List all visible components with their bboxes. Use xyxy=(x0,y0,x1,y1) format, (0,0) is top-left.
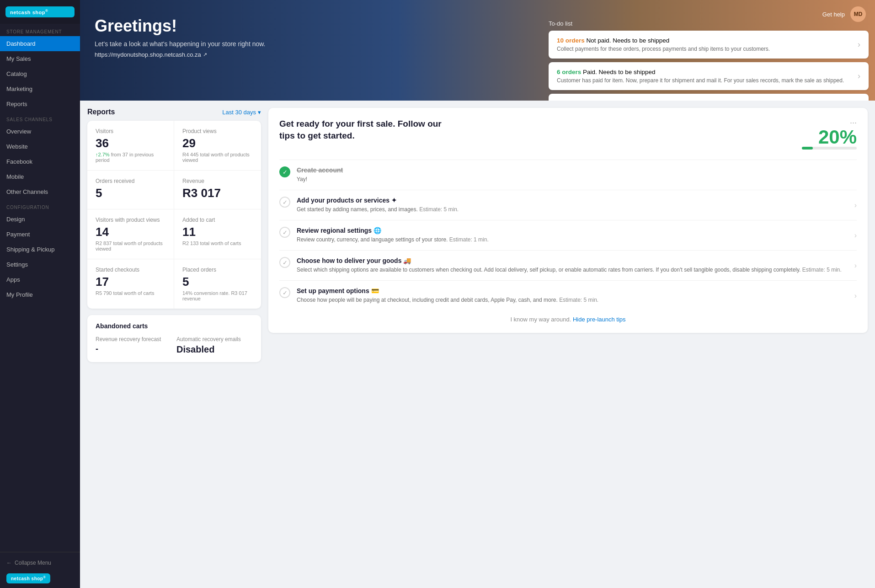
stat-visitors: Visitors 36 ↑2.7% from 37 in previous pe… xyxy=(87,121,174,171)
stat-started-checkouts: Started checkouts 17 R5 790 total worth … xyxy=(87,259,174,309)
tip-title-add-products: Add your products or services ✦ xyxy=(297,197,848,204)
tip-chevron-delivery[interactable]: › xyxy=(854,262,857,270)
tip-desc-add-products: Get started by adding names, prices, and… xyxy=(297,205,848,214)
sidebar-item-payment[interactable]: Payment xyxy=(0,227,80,242)
external-link-icon: ↗ xyxy=(203,52,207,58)
sidebar-item-mobile[interactable]: Mobile xyxy=(0,169,80,184)
logo[interactable]: netcash shop® xyxy=(5,6,75,17)
sidebar-bottom: ← Collapse Menu netcash shop® xyxy=(0,552,80,588)
sidebar-item-catalog[interactable]: Catalog xyxy=(0,66,80,81)
stat-product-views: Product views 29 R4 445 total worth of p… xyxy=(174,121,261,171)
section-label-sales: Sales channels xyxy=(0,112,80,124)
sidebar-item-reports[interactable]: Reports xyxy=(0,96,80,112)
tip-add-products[interactable]: ✓ Add your products or services ✦ Get st… xyxy=(279,190,857,220)
sidebar-item-my-profile[interactable]: My Profile xyxy=(0,287,80,302)
tip-delivery[interactable]: ✓ Choose how to deliver your goods 🚚 Sel… xyxy=(279,250,857,280)
top-bar: Get help MD xyxy=(813,0,875,28)
sidebar-item-apps[interactable]: Apps xyxy=(0,272,80,287)
logo-area: netcash shop® xyxy=(0,0,80,24)
revenue-recovery-cell: Revenue recovery forecast - xyxy=(96,336,172,355)
todo-item-2[interactable]: 6 orders Fulfillment in process The orde… xyxy=(549,94,869,101)
sidebar-item-other-channels[interactable]: Other Channels xyxy=(0,184,80,199)
sidebar-item-overview[interactable]: Overview xyxy=(0,124,80,139)
tip-check-regional[interactable]: ✓ xyxy=(279,227,290,238)
date-filter-button[interactable]: Last 30 days ▾ xyxy=(222,109,261,116)
bottom-logo: netcash shop® xyxy=(6,573,50,583)
sidebar-item-design[interactable]: Design xyxy=(0,212,80,227)
hide-tips-link[interactable]: Hide pre-launch tips xyxy=(573,316,626,323)
footer-hint: I know my way around. Hide pre-launch ti… xyxy=(279,310,857,323)
getready-percent: 20% xyxy=(802,128,857,147)
abandoned-carts-card: Abandoned carts Revenue recovery forecas… xyxy=(87,315,261,362)
section-label-store: Store management xyxy=(0,24,80,36)
todo-item-0[interactable]: 10 orders Not paid. Needs to be shipped … xyxy=(549,31,869,59)
content-row: Reports Last 30 days ▾ Visitors 36 ↑2.7%… xyxy=(80,101,875,362)
todo-item-1[interactable]: 6 orders Paid. Needs to be shipped Custo… xyxy=(549,62,869,90)
sidebar-item-website[interactable]: Website xyxy=(0,139,80,154)
chevron-down-icon: ▾ xyxy=(258,109,261,116)
hero-banner: Get help MD Greetings! Let's take a look… xyxy=(80,0,875,101)
stats-grid: Visitors 36 ↑2.7% from 37 in previous pe… xyxy=(87,121,261,309)
sidebar-item-my-sales[interactable]: My Sales xyxy=(0,51,80,66)
tip-payment[interactable]: ✓ Set up payment options 💳 Choose how pe… xyxy=(279,280,857,310)
todo-item-title-0: Not paid. Needs to be shipped xyxy=(587,37,670,44)
reports-header: Reports Last 30 days ▾ xyxy=(87,108,261,116)
tip-create-account: ✓ Create account Yay! xyxy=(279,160,857,190)
stat-placed-orders: Placed orders 5 14% conversion rate. R3 … xyxy=(174,259,261,309)
stat-added-to-cart: Added to cart 11 R2 133 total worth of c… xyxy=(174,209,261,259)
reports-title: Reports xyxy=(87,108,115,116)
section-label-config: Configuration xyxy=(0,199,80,212)
recovery-emails-cell: Automatic recovery emails Disabled xyxy=(176,336,253,355)
progress-bar-fill xyxy=(802,147,813,150)
todo-item-desc-1: Customer has paid for item. Now, prepare… xyxy=(557,77,858,84)
tip-desc-payment: Choose how people will be paying at chec… xyxy=(297,296,848,304)
tip-chevron-regional[interactable]: › xyxy=(854,231,857,240)
tip-chevron-add-products[interactable]: › xyxy=(854,201,857,209)
stat-orders-received: Orders received 5 xyxy=(87,171,174,209)
todo-item-desc-0: Collect payments for these orders, proce… xyxy=(557,46,858,52)
tip-desc-delivery: Select which shipping options are availa… xyxy=(297,266,848,274)
getready-title: Get ready for your first sale. Follow ou… xyxy=(279,118,447,141)
collapse-arrow-icon: ← xyxy=(6,560,12,566)
tip-desc-regional: Review country, currency, and language s… xyxy=(297,235,848,244)
collapse-menu-button[interactable]: ← Collapse Menu xyxy=(6,557,74,569)
todo-chevron-icon-0[interactable]: › xyxy=(858,40,860,49)
tip-desc-create-account: Yay! xyxy=(297,175,857,183)
sidebar-logo-bottom: netcash shop® xyxy=(6,573,74,583)
stat-visitors-product-views: Visitors with product views 14 R2 837 to… xyxy=(87,209,174,259)
todo-orders-count-0: 10 orders xyxy=(557,37,585,44)
getready-card: Get ready for your first sale. Follow ou… xyxy=(268,108,868,333)
getready-header: Get ready for your first sale. Follow ou… xyxy=(279,118,857,152)
getready-section: Get ready for your first sale. Follow ou… xyxy=(268,108,868,362)
tip-title-create-account: Create account xyxy=(297,166,857,174)
avatar[interactable]: MD xyxy=(850,6,866,22)
tip-regional-settings[interactable]: ✓ Review regional settings 🌐 Review coun… xyxy=(279,220,857,250)
tip-chevron-payment[interactable]: › xyxy=(854,292,857,300)
tip-check-payment[interactable]: ✓ xyxy=(279,287,290,298)
sidebar-item-facebook[interactable]: Facebook xyxy=(0,154,80,169)
todo-chevron-icon-1[interactable]: › xyxy=(858,71,860,81)
sidebar-item-marketing[interactable]: Marketing xyxy=(0,81,80,96)
tip-title-regional: Review regional settings 🌐 xyxy=(297,227,848,234)
tip-title-payment: Set up payment options 💳 xyxy=(297,287,848,294)
tip-check-create-account[interactable]: ✓ xyxy=(279,166,290,177)
todo-orders-count-1: 6 orders xyxy=(557,69,581,75)
tip-check-delivery[interactable]: ✓ xyxy=(279,257,290,268)
todo-panel: To-do list 10 orders Not paid. Needs to … xyxy=(549,20,869,101)
abandoned-title: Abandoned carts xyxy=(96,322,253,330)
abandoned-grid: Revenue recovery forecast - Automatic re… xyxy=(96,336,253,355)
get-help-button[interactable]: Get help xyxy=(822,11,845,18)
reports-section: Reports Last 30 days ▾ Visitors 36 ↑2.7%… xyxy=(87,108,261,362)
sidebar-item-dashboard[interactable]: Dashboard xyxy=(0,36,80,51)
todo-item-title-1: Paid. Needs to be shipped xyxy=(583,69,655,75)
sidebar-item-shipping[interactable]: Shipping & Pickup xyxy=(0,242,80,257)
tip-check-add-products[interactable]: ✓ xyxy=(279,197,290,208)
stat-revenue: Revenue R3 017 xyxy=(174,171,261,209)
sidebar-item-settings[interactable]: Settings xyxy=(0,257,80,272)
sidebar: netcash shop® Store management Dashboard… xyxy=(0,0,80,588)
tip-title-delivery: Choose how to deliver your goods 🚚 xyxy=(297,257,848,264)
todo-orders-count-2: 6 orders xyxy=(557,100,581,101)
main-content: Get help MD Greetings! Let's take a look… xyxy=(80,0,875,588)
todo-item-title-2: Fulfillment in process xyxy=(583,100,641,101)
